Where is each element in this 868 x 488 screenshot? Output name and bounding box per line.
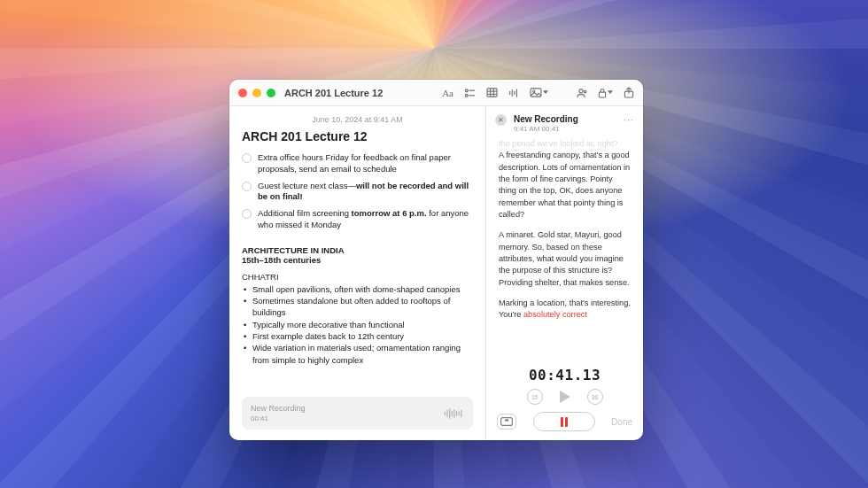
titlebar: ARCH 201 Lecture 12 Aa [229, 80, 643, 106]
checkbox-icon[interactable] [242, 209, 252, 219]
svg-rect-13 [531, 89, 541, 97]
skip-forward-button[interactable] [587, 389, 603, 405]
table-icon[interactable] [486, 88, 498, 97]
media-icon[interactable] [530, 88, 548, 97]
elapsed-time: 00:41.13 [486, 367, 643, 383]
checkbox-icon[interactable] [242, 153, 252, 163]
svg-point-2 [465, 94, 468, 97]
svg-point-16 [584, 90, 586, 93]
list-item[interactable]: Typically more decorative than functiona… [252, 319, 473, 330]
svg-rect-4 [487, 89, 497, 97]
list-item[interactable]: Wide variation in materials used; orname… [252, 342, 473, 366]
audio-icon[interactable] [508, 88, 519, 98]
traffic-lights [238, 89, 275, 97]
transcript-toggle-button[interactable]: “” [497, 414, 516, 430]
section-subheading[interactable]: 15th–18th centuries [242, 255, 473, 265]
skip-back-button[interactable] [527, 389, 543, 405]
svg-point-14 [533, 90, 535, 92]
checkbox-icon[interactable] [242, 182, 252, 191]
share-icon[interactable] [624, 87, 634, 98]
transcript-paragraph: A minaret. Gold star, Mayuri, good memor… [499, 229, 631, 289]
svg-text:“”: “” [505, 419, 508, 424]
close-panel-button[interactable]: ✕ [495, 114, 507, 126]
collaborate-icon[interactable] [575, 88, 587, 98]
svg-point-15 [579, 89, 583, 92]
toolbar-icons: Aa [442, 87, 634, 98]
checklist-item[interactable]: Guest lecture next class—will not be rec… [242, 181, 473, 204]
checklist-text[interactable]: Additional film screening tomorrow at 6 … [258, 208, 473, 231]
checklist-text[interactable]: Extra office hours Friday for feedback o… [258, 152, 473, 175]
recording-attachment[interactable]: New Recording 00:41 [242, 397, 473, 430]
recording-panel: ✕ New Recording 9:41 AM 00:41 ··· the pe… [485, 106, 643, 440]
window-title: ARCH 201 Lecture 12 [284, 88, 383, 98]
bullet-list[interactable]: Small open pavilions, often with dome-sh… [242, 283, 473, 366]
transport-controls [486, 389, 643, 405]
list-heading[interactable]: CHHATRI [242, 272, 473, 282]
list-item[interactable]: Sometimes standalone but often added to … [252, 295, 473, 319]
lock-icon[interactable] [598, 88, 613, 98]
zoom-window-button[interactable] [267, 89, 275, 97]
svg-rect-30 [565, 417, 568, 427]
play-button[interactable] [559, 390, 571, 404]
recording-title: New Recording [514, 114, 616, 124]
format-icon[interactable]: Aa [442, 88, 453, 98]
svg-rect-29 [561, 417, 563, 427]
recording-attachment-duration: 00:41 [251, 414, 306, 422]
transcript-paragraph: Marking a location, that's interesting. … [499, 298, 631, 321]
list-item[interactable]: Small open pavilions, often with dome-sh… [252, 283, 473, 295]
svg-rect-17 [599, 92, 605, 97]
more-options-button[interactable]: ··· [624, 114, 634, 125]
svg-point-0 [465, 89, 468, 91]
section-heading[interactable]: ARCHITECTURE IN INDIA [242, 245, 473, 255]
checklist-item[interactable]: Additional film screening tomorrow at 6 … [242, 208, 473, 231]
minimize-window-button[interactable] [252, 89, 261, 97]
checklist-item[interactable]: Extra office hours Friday for feedback o… [242, 152, 473, 175]
transcript-area[interactable]: the period we've looked at, right? A fre… [486, 138, 643, 365]
recording-subtitle: 9:41 AM 00:41 [514, 125, 616, 133]
done-button[interactable]: Done [611, 417, 632, 427]
transcript-paragraph: A freestanding canopy, that's a good des… [499, 150, 631, 221]
list-item[interactable]: First example dates back to 12th century [252, 330, 473, 342]
close-window-button[interactable] [238, 89, 247, 97]
note-content-pane: June 10, 2024 at 9:41 AM ARCH 201 Lectur… [229, 106, 485, 440]
checklist-icon[interactable] [464, 88, 476, 98]
pause-record-button[interactable] [533, 412, 595, 431]
notes-window: ARCH 201 Lecture 12 Aa June 10, 2024 at … [229, 80, 643, 440]
transcript-faded-line: the period we've looked at, right? [499, 138, 631, 150]
recording-attachment-title: New Recording [251, 404, 306, 413]
live-transcription-text: absolutely correct [523, 310, 587, 319]
waveform-icon [443, 407, 464, 420]
note-title[interactable]: ARCH 201 Lecture 12 [242, 129, 473, 143]
checklist-text[interactable]: Guest lecture next class—will not be rec… [258, 181, 473, 204]
note-date: June 10, 2024 at 9:41 AM [242, 115, 473, 124]
